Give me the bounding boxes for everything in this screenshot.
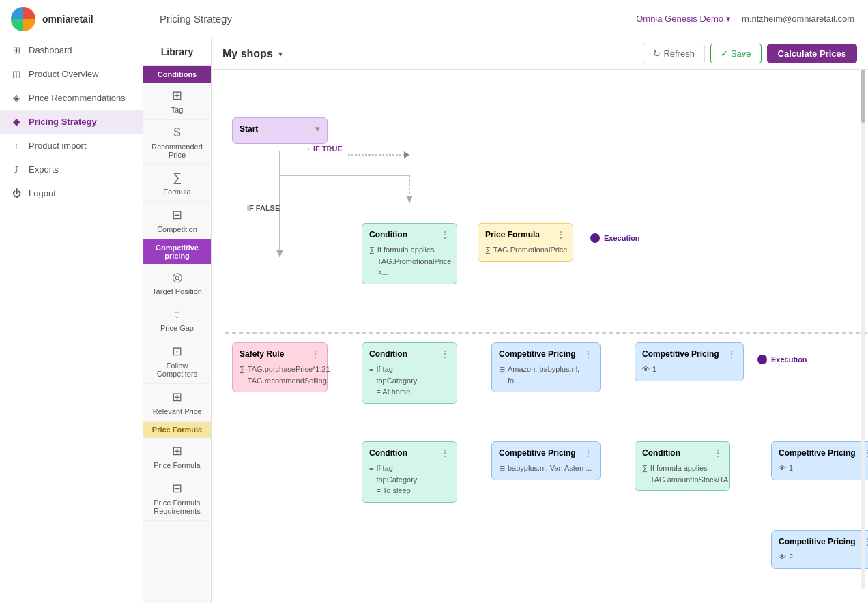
- lib-item-relevant-price[interactable]: ⊞ Relevant Price: [143, 384, 211, 422]
- shop-title: My shops: [222, 48, 273, 60]
- top-header: omniaretail Pricing Strategy Omnia Genes…: [0, 0, 868, 38]
- lib-item-label: Follow Competitors: [146, 362, 208, 378]
- competitive2-menu-icon[interactable]: ⋮: [727, 349, 736, 359]
- rec-price-icon: $: [173, 126, 180, 140]
- execution2-area: Execution: [757, 355, 807, 364]
- execution1-area: Execution: [590, 233, 640, 243]
- condition2-node[interactable]: Condition ⋮ ≡If tagtopCategory= At home: [362, 342, 457, 404]
- condition3-menu-icon[interactable]: ⋮: [440, 447, 450, 458]
- competitive3-menu-icon[interactable]: ⋮: [583, 447, 593, 458]
- scrollbar-thumb[interactable]: [861, 68, 865, 123]
- competition-icon: ⊟: [172, 207, 182, 222]
- lib-item-label: Recommended Price: [146, 143, 208, 159]
- library-title: Library: [143, 38, 211, 66]
- sidebar-item-label: Exports: [29, 164, 59, 175]
- sidebar-item-label: Product Overview: [29, 69, 99, 79]
- competitive3-node[interactable]: Competitive Pricing ⋮ ⊟babyplus.nl, Van …: [491, 441, 601, 480]
- lib-item-price-formula-req[interactable]: ⊟ Price Formula Requirements: [143, 475, 211, 521]
- canvas-toolbar: My shops ▾ ↻ Refresh ✓ Save Calculate Pr…: [212, 38, 868, 70]
- lib-item-formula[interactable]: ∑ Formula: [143, 165, 211, 202]
- save-button[interactable]: ✓ Save: [710, 44, 762, 63]
- target-icon: ◎: [172, 269, 183, 284]
- sidebar-item-product-import[interactable]: ↑ Product import: [0, 134, 143, 158]
- sidebar-item-label: Logout: [29, 188, 56, 198]
- lib-item-competition[interactable]: ⊟ Competition: [143, 202, 211, 239]
- sidebar-item-dashboard[interactable]: ⊞ Dashboard: [0, 38, 143, 62]
- price-gap-icon: ↕: [174, 307, 180, 321]
- follow-icon: ⊡: [172, 344, 182, 359]
- svg-marker-5: [276, 250, 283, 257]
- scrollbar-track[interactable]: [861, 68, 865, 589]
- sidebar-item-logout[interactable]: ⏻ Logout: [0, 181, 143, 205]
- lib-item-follow-competitors[interactable]: ⊡ Follow Competitors: [143, 338, 211, 384]
- calculate-button[interactable]: Calculate Prices: [767, 44, 857, 63]
- logo-icon: [11, 7, 35, 31]
- header-right: Omnia Genesis Demo ▾ m.ritzheim@omniaret…: [636, 14, 868, 24]
- price-rec-icon: ◈: [11, 93, 22, 103]
- price-formula-icon: ⊞: [172, 443, 182, 458]
- execution2-label: Execution: [771, 355, 807, 364]
- sidebar-item-label: Price Recommendations: [29, 93, 126, 103]
- main-canvas: My shops ▾ ↻ Refresh ✓ Save Calculate Pr…: [212, 38, 868, 603]
- sidebar-item-price-recommendations[interactable]: ◈ Price Recommendations: [0, 86, 143, 110]
- refresh-icon: ↻: [653, 48, 661, 59]
- lib-item-target-position[interactable]: ◎ Target Position: [143, 264, 211, 302]
- sidebar-item-product-overview[interactable]: ◫ Product Overview: [0, 62, 143, 86]
- competitive-pricing-section-label: Competitive pricing: [143, 239, 211, 264]
- lib-item-label: Tag: [171, 106, 184, 114]
- conditions-section-label: Conditions: [143, 66, 211, 83]
- sidebar-item-exports[interactable]: ⤴ Exports: [0, 158, 143, 181]
- condition3-node[interactable]: Condition ⋮ ≡If tagtopCategory= To sleep: [362, 441, 457, 503]
- dashed-divider: [225, 332, 868, 334]
- condition4-node[interactable]: Condition ⋮ ∑If formula appliesTAG.amoun…: [635, 441, 730, 491]
- lib-item-recommended-price[interactable]: $ Recommended Price: [143, 120, 211, 165]
- sidebar-item-label: Dashboard: [29, 45, 72, 55]
- library-panel: Library Conditions ⊞ Tag $ Recommended P…: [143, 38, 212, 603]
- lib-item-tag[interactable]: ⊞ Tag: [143, 83, 211, 120]
- lib-item-label: Target Position: [152, 287, 202, 295]
- condition1-node[interactable]: Condition ⋮ ∑If formula appliesTAG.Promo…: [362, 223, 457, 284]
- formula-icon: ∑: [173, 171, 182, 185]
- price-formula1-menu-icon[interactable]: ⋮: [556, 229, 566, 240]
- lib-item-label: Formula: [163, 188, 190, 196]
- execution1-dot: [590, 233, 600, 243]
- lib-item-price-formula[interactable]: ⊞ Price Formula: [143, 438, 211, 475]
- competitive1-menu-icon[interactable]: ⋮: [583, 349, 593, 359]
- dashboard-icon: ⊞: [11, 45, 22, 55]
- org-selector[interactable]: Omnia Genesis Demo ▾: [636, 14, 731, 24]
- sidebar-item-label: Product import: [29, 141, 87, 151]
- condition1-menu-icon[interactable]: ⋮: [440, 229, 450, 240]
- logout-icon: ⏻: [11, 188, 22, 198]
- pricing-strategy-icon: ◆: [11, 117, 22, 127]
- competitive2-node[interactable]: Competitive Pricing ⋮ 👁1: [635, 342, 744, 381]
- lib-item-label: Price Gap: [160, 324, 194, 332]
- lib-item-label: Price Formula Requirements: [146, 499, 208, 515]
- chevron-down-icon: ▾: [726, 14, 731, 24]
- check-icon: ✓: [721, 48, 728, 59]
- execution2-dot: [757, 355, 767, 364]
- start-node[interactable]: Start ▾: [232, 117, 328, 144]
- sidebar: ⊞ Dashboard ◫ Product Overview ◈ Price R…: [0, 38, 143, 603]
- flow-area: → IF TRUE IF FALSE Start ▾ Condition ⋮ ∑…: [212, 70, 868, 603]
- sidebar-item-pricing-strategy[interactable]: ◆ Pricing Strategy: [0, 110, 143, 134]
- price-formula1-node[interactable]: Price Formula ⋮ ∑TAG.PromotionalPrice: [478, 223, 573, 262]
- sidebar-item-label: Pricing Strategy: [29, 117, 97, 127]
- lib-item-price-gap[interactable]: ↕ Price Gap: [143, 302, 211, 338]
- toolbar-right: ↻ Refresh ✓ Save Calculate Prices: [643, 44, 857, 63]
- safety-rule-node[interactable]: Safety Rule ⋮ ∑TAG.purchasePrice*1.21TAG…: [232, 342, 328, 392]
- logo-area: omniaretail: [0, 0, 143, 38]
- svg-marker-7: [404, 151, 409, 158]
- exports-icon: ⤴: [11, 164, 22, 175]
- start-dropdown-icon[interactable]: ▾: [315, 123, 320, 134]
- condition2-menu-icon[interactable]: ⋮: [440, 349, 450, 359]
- competitive5-node[interactable]: Competitive Pricing ⋮ 👁2: [771, 530, 868, 569]
- competitive1-node[interactable]: Competitive Pricing ⋮ ⊟Amazon, babyplus.…: [491, 342, 601, 392]
- product-import-icon: ↑: [11, 141, 22, 151]
- refresh-button[interactable]: ↻ Refresh: [643, 44, 705, 63]
- lib-item-label: Relevant Price: [153, 407, 202, 415]
- condition4-menu-icon[interactable]: ⋮: [713, 447, 723, 458]
- shop-dropdown-icon[interactable]: ▾: [278, 49, 283, 59]
- product-overview-icon: ◫: [11, 69, 22, 79]
- safety-rule-menu-icon[interactable]: ⋮: [310, 349, 320, 359]
- competitive4-node[interactable]: Competitive Pricing ⋮ 👁1: [771, 441, 868, 480]
